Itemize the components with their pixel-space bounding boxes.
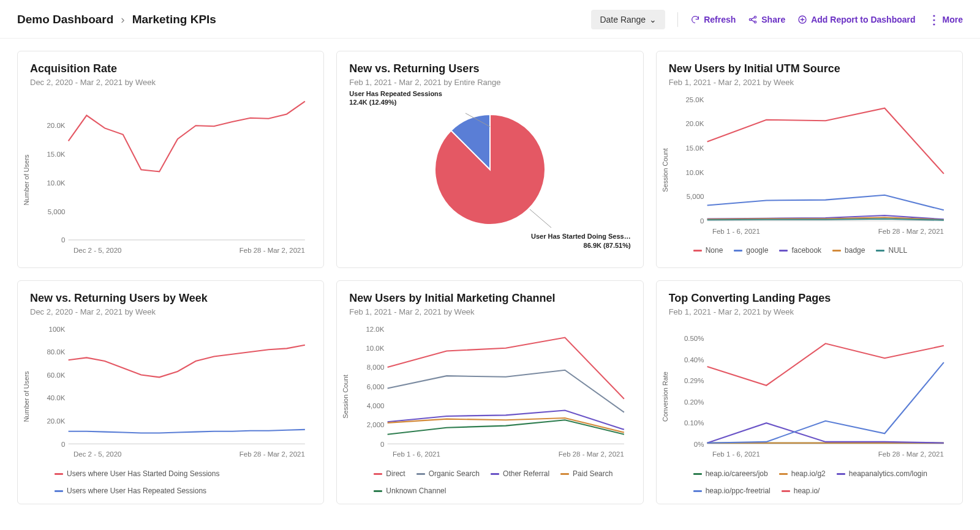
legend: heap.io/careers/jobheap.io/g2heapanalyti… xyxy=(669,469,950,495)
legend-item[interactable]: badge xyxy=(832,246,865,255)
breadcrumb-root[interactable]: Demo Dashboard xyxy=(17,13,113,26)
card-subtitle: Feb 1, 2021 - Mar 2, 2021 by Week xyxy=(349,307,630,316)
svg-text:8,000: 8,000 xyxy=(367,364,385,371)
legend-item[interactable]: NULL xyxy=(876,246,907,255)
svg-text:5,000: 5,000 xyxy=(686,193,704,200)
legend-item[interactable]: heap.io/careers/job xyxy=(693,469,768,478)
more-button[interactable]: ⋮ More xyxy=(928,12,963,27)
card-new-vs-returning[interactable]: New vs. Returning Users Feb 1, 2021 - Ma… xyxy=(336,51,643,268)
card-title: New vs. Returning Users by Week xyxy=(30,292,311,305)
legend-swatch xyxy=(693,250,702,252)
legend-swatch xyxy=(417,473,425,475)
svg-text:0: 0 xyxy=(61,236,65,244)
dashboard-grid: Acquisition Rate Dec 2, 2020 - Mar 2, 20… xyxy=(0,39,980,521)
line-chart: 0 5,000 10.0K 15.0K 20.0K Dec 2 - 5, 202… xyxy=(30,93,311,259)
legend-item[interactable]: Direct xyxy=(374,469,405,478)
legend-item[interactable]: heap.io/g2 xyxy=(779,469,826,478)
card-title: New Users by Initial UTM Source xyxy=(669,62,950,75)
page-header: Demo Dashboard › Marketing KPIs Date Ran… xyxy=(0,0,980,39)
legend-item[interactable]: google xyxy=(734,246,768,255)
legend-item[interactable]: None xyxy=(693,246,723,255)
svg-text:0.29%: 0.29% xyxy=(684,378,704,385)
legend-swatch xyxy=(837,473,845,475)
svg-text:Feb 28 - Mar 2, 2021: Feb 28 - Mar 2, 2021 xyxy=(559,451,624,458)
svg-text:Feb 28 - Mar 2, 2021: Feb 28 - Mar 2, 2021 xyxy=(239,451,305,458)
legend-swatch xyxy=(693,473,702,475)
svg-text:Feb 28 - Mar 2, 2021: Feb 28 - Mar 2, 2021 xyxy=(239,247,305,254)
svg-text:Feb 1 - 6, 2021: Feb 1 - 6, 2021 xyxy=(712,228,760,235)
card-subtitle: Dec 2, 2020 - Mar 2, 2021 by Week xyxy=(30,78,311,87)
svg-text:Dec 2 - 5, 2020: Dec 2 - 5, 2020 xyxy=(74,247,121,254)
svg-text:Feb 1 - 6, 2021: Feb 1 - 6, 2021 xyxy=(712,451,760,458)
svg-text:0.40%: 0.40% xyxy=(684,356,704,364)
svg-text:6,000: 6,000 xyxy=(367,383,385,390)
svg-text:15.0K: 15.0K xyxy=(685,144,704,152)
share-icon xyxy=(748,15,758,24)
legend-item[interactable]: facebook xyxy=(779,246,821,255)
refresh-button[interactable]: Refresh xyxy=(690,15,736,24)
date-range-button[interactable]: Date Range ⌄ xyxy=(591,10,665,29)
svg-text:Feb 28 - Mar 2, 2021: Feb 28 - Mar 2, 2021 xyxy=(878,451,943,458)
legend-swatch xyxy=(782,490,790,492)
card-new-vs-returning-week[interactable]: New vs. Returning Users by Week Dec 2, 2… xyxy=(17,280,324,504)
chevron-down-icon: ⌄ xyxy=(649,15,657,24)
y-axis-label: Session Count xyxy=(662,148,669,192)
svg-text:5,000: 5,000 xyxy=(48,208,66,215)
card-utm-source[interactable]: New Users by Initial UTM Source Feb 1, 2… xyxy=(656,51,963,268)
legend-item[interactable]: Users where User Has Repeated Sessions xyxy=(55,487,206,495)
y-axis-label: Number of Users xyxy=(23,154,30,205)
legend-item[interactable]: Other Referral xyxy=(491,469,549,478)
legend-swatch xyxy=(560,473,569,475)
legend: DirectOrganic SearchOther ReferralPaid S… xyxy=(349,469,630,495)
legend-item[interactable]: Organic Search xyxy=(417,469,480,478)
add-report-button[interactable]: Add Report to Dashboard xyxy=(797,15,915,24)
share-button[interactable]: Share xyxy=(748,15,785,24)
card-subtitle: Feb 1, 2021 - Mar 2, 2021 by Week xyxy=(669,78,950,87)
card-marketing-channel[interactable]: New Users by Initial Marketing Channel F… xyxy=(336,280,643,504)
svg-text:15.0K: 15.0K xyxy=(47,151,65,158)
chevron-right-icon: › xyxy=(121,13,124,26)
y-axis-label: Number of Users xyxy=(23,371,30,422)
svg-text:0: 0 xyxy=(700,217,704,225)
svg-text:0.50%: 0.50% xyxy=(684,335,704,343)
card-acquisition-rate[interactable]: Acquisition Rate Dec 2, 2020 - Mar 2, 20… xyxy=(17,51,324,268)
card-title: Top Converting Landing Pages xyxy=(669,292,950,305)
svg-text:Feb 28 - Mar 2, 2021: Feb 28 - Mar 2, 2021 xyxy=(878,228,943,235)
legend-item[interactable]: Unknown Channel xyxy=(374,487,446,495)
svg-text:10.0K: 10.0K xyxy=(366,345,385,352)
svg-text:60.0K: 60.0K xyxy=(47,371,65,379)
legend-item[interactable]: heapanalytics.com/login xyxy=(837,469,927,478)
svg-text:Dec 2 - 5, 2020: Dec 2 - 5, 2020 xyxy=(74,451,121,458)
pie-chart: User Has Repeated Sessions 12.4K (12.49%… xyxy=(349,93,630,246)
line-chart: 0% 0.10% 0.20% 0.29% 0.40% 0.50% Feb 1 -… xyxy=(669,323,950,463)
legend-item[interactable]: Users where User Has Started Doing Sessi… xyxy=(55,469,219,478)
line-chart: 0 5,000 10.0K 15.0K 20.0K 25.0K Feb 1 - … xyxy=(669,93,950,240)
svg-text:Feb 1 - 6, 2021: Feb 1 - 6, 2021 xyxy=(393,451,440,458)
divider xyxy=(677,12,678,27)
svg-text:0: 0 xyxy=(61,441,65,448)
svg-text:0%: 0% xyxy=(693,441,704,448)
legend-item[interactable]: heap.io/ppc-freetrial xyxy=(693,487,771,495)
card-landing-pages[interactable]: Top Converting Landing Pages Feb 1, 2021… xyxy=(656,280,963,504)
legend-item[interactable]: Paid Search xyxy=(560,469,612,478)
plus-circle-icon xyxy=(797,15,807,24)
legend-item[interactable]: heap.io/ xyxy=(782,487,820,495)
svg-text:0: 0 xyxy=(380,441,384,448)
legend-swatch xyxy=(374,490,382,492)
breadcrumb-leaf: Marketing KPIs xyxy=(132,13,216,26)
svg-text:0.10%: 0.10% xyxy=(684,419,704,427)
dots-vertical-icon: ⋮ xyxy=(928,12,939,27)
card-title: New vs. Returning Users xyxy=(349,62,630,75)
card-title: Acquisition Rate xyxy=(30,62,311,75)
legend-swatch xyxy=(734,250,742,252)
svg-text:10.0K: 10.0K xyxy=(47,179,65,187)
legend-swatch xyxy=(779,250,788,252)
line-chart: 0 2,000 4,000 6,000 8,000 10.0K 12.0K Fe… xyxy=(349,323,630,463)
legend-swatch xyxy=(693,490,702,492)
legend-swatch xyxy=(55,473,63,475)
refresh-icon xyxy=(690,15,700,24)
header-actions: Date Range ⌄ Refresh Share Add Report to… xyxy=(591,10,963,29)
svg-text:20.0K: 20.0K xyxy=(47,122,65,129)
legend-swatch xyxy=(832,250,841,252)
svg-text:0.20%: 0.20% xyxy=(684,398,704,406)
